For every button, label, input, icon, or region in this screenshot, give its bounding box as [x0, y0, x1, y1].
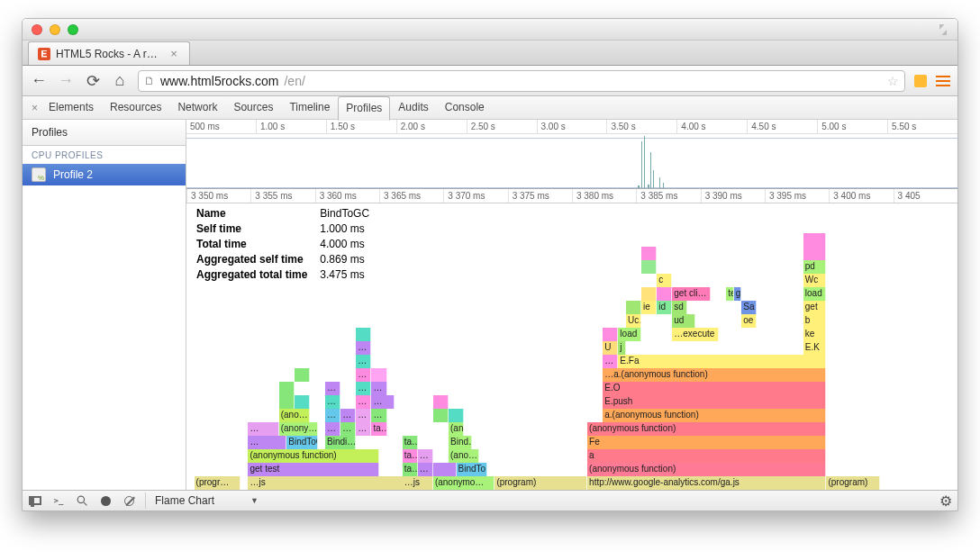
flame-bar[interactable]: … — [356, 368, 371, 382]
flame-bar[interactable]: … — [603, 355, 618, 368]
flame-bar[interactable]: … — [418, 449, 433, 463]
back-button[interactable]: ← — [30, 71, 48, 90]
home-button[interactable]: ⌂ — [111, 71, 129, 90]
tab-sources[interactable]: Sources — [225, 95, 281, 120]
flame-bar[interactable]: … — [356, 422, 371, 436]
flame-bar[interactable]: … — [418, 463, 433, 476]
bookmark-star-icon[interactable]: ☆ — [887, 74, 899, 88]
overview-chart[interactable] — [186, 134, 957, 188]
flame-bar[interactable]: gf — [734, 287, 742, 301]
flame-bar[interactable] — [641, 287, 657, 301]
search-icon[interactable] — [75, 493, 89, 508]
url-bar[interactable]: 🗋 www.html5rocks.com/en/ ☆ — [138, 70, 905, 92]
flame-bar[interactable] — [657, 287, 672, 301]
flame-bar[interactable]: a — [587, 449, 826, 463]
flame-bar[interactable]: a.(anonymous function) — [603, 409, 826, 422]
flame-bar[interactable] — [295, 368, 310, 382]
extension-icon[interactable] — [914, 75, 927, 87]
close-window-icon[interactable] — [32, 24, 42, 35]
flame-bar[interactable] — [803, 233, 827, 247]
tab-console[interactable]: Console — [437, 95, 493, 120]
flame-bar[interactable]: load — [803, 287, 827, 301]
flame-bar[interactable]: Uc… — [626, 314, 641, 328]
flame-bar[interactable]: Fe — [587, 436, 826, 449]
flame-bar[interactable]: get cli… — [672, 287, 711, 301]
flame-bar[interactable]: E.Fa — [618, 355, 826, 368]
flame-bar[interactable]: (ano… — [279, 409, 310, 422]
flame-bar[interactable]: … — [340, 409, 356, 422]
flame-bar[interactable] — [641, 260, 657, 274]
flame-bar[interactable]: … — [356, 395, 371, 409]
dock-side-icon[interactable] — [28, 493, 42, 508]
flame-bar[interactable]: U — [603, 341, 618, 355]
flame-bar[interactable]: E.O — [603, 382, 826, 395]
flame-bar[interactable]: Bind… — [449, 436, 472, 449]
record-icon[interactable] — [98, 493, 113, 508]
flame-bar[interactable]: pd — [803, 260, 827, 274]
flame-bar[interactable]: … — [356, 409, 371, 422]
flame-bar[interactable] — [356, 328, 371, 341]
flame-bar[interactable] — [626, 301, 641, 314]
flame-bar[interactable]: (ano… — [449, 422, 464, 436]
flame-bar[interactable] — [433, 409, 449, 422]
flame-bar[interactable]: … — [371, 382, 386, 395]
flame-bar[interactable]: Wc — [803, 274, 827, 287]
flame-bar[interactable]: b — [803, 314, 827, 328]
flame-bar[interactable]: ud — [672, 314, 695, 328]
flame-bar[interactable]: (anonymo… — [433, 476, 495, 490]
flame-bar[interactable]: (anonymous function) — [587, 463, 826, 476]
close-tab-icon[interactable]: × — [168, 47, 180, 60]
flame-bar[interactable] — [279, 382, 295, 395]
flame-bar[interactable]: id — [657, 301, 672, 314]
flame-bar[interactable]: BindTo… — [457, 463, 487, 476]
flame-bar[interactable]: ke — [803, 328, 827, 341]
zoom-window-icon[interactable] — [68, 24, 78, 35]
tab-audits[interactable]: Audits — [390, 95, 436, 120]
close-devtools-icon[interactable]: × — [26, 102, 41, 114]
flame-bar[interactable]: te — [726, 287, 734, 301]
flame-bar[interactable]: (program) — [495, 476, 587, 490]
flame-bar[interactable]: ta… — [371, 422, 386, 436]
flame-bar[interactable]: …execute — [672, 328, 718, 341]
flame-bar[interactable]: … — [356, 355, 371, 368]
reload-button[interactable]: ⟳ — [84, 71, 102, 91]
flame-bar[interactable]: http://www.google-analytics.com/ga.js — [587, 476, 826, 490]
flame-bar[interactable]: load — [618, 328, 641, 341]
flame-bar[interactable]: E.push — [603, 395, 826, 409]
overview-timeline[interactable]: 500 ms1.00 s1.50 s2.00 s2.50 s3.00 s3.50… — [186, 120, 957, 189]
profile-item-selected[interactable]: Profile 2 — [23, 164, 186, 185]
titlebar[interactable] — [23, 19, 957, 41]
flame-bar[interactable]: ta… — [403, 463, 418, 476]
flame-bar[interactable]: …js — [403, 476, 433, 490]
flame-bar[interactable] — [641, 247, 657, 260]
flame-bar[interactable]: get — [803, 301, 827, 314]
flame-bar[interactable] — [433, 395, 449, 409]
flame-bar[interactable]: (anony… — [279, 422, 318, 436]
flame-bar[interactable] — [449, 409, 464, 422]
flame-bar[interactable]: … — [248, 436, 286, 449]
flame-bar[interactable]: … — [248, 422, 278, 436]
tab-resources[interactable]: Resources — [102, 95, 169, 120]
flame-bar[interactable]: ta… — [403, 449, 418, 463]
tab-network[interactable]: Network — [169, 95, 225, 120]
flame-bar[interactable]: (anonymous function) — [587, 422, 826, 436]
minimize-window-icon[interactable] — [50, 24, 60, 35]
flame-bar[interactable]: … — [356, 382, 371, 395]
flame-bar[interactable]: Bindi… — [325, 436, 356, 449]
tab-elements[interactable]: Elements — [41, 95, 102, 120]
flame-bar[interactable]: (ano… — [449, 449, 479, 463]
console-drawer-icon[interactable] — [51, 493, 66, 508]
flame-bar[interactable]: … — [356, 341, 371, 355]
flame-bar[interactable] — [295, 395, 310, 409]
browser-tab[interactable]: HTML5 Rocks - A resource × — [28, 41, 190, 65]
flame-bar[interactable]: … — [325, 395, 340, 409]
flame-bar[interactable] — [803, 247, 827, 260]
flame-bar[interactable]: (program) — [826, 476, 880, 490]
flame-bar[interactable]: E.K — [803, 341, 827, 355]
flame-bar[interactable]: j — [618, 341, 626, 355]
flame-bar[interactable]: sd — [672, 301, 687, 314]
flame-bar[interactable] — [371, 368, 386, 382]
flame-bar[interactable] — [603, 328, 618, 341]
flame-bar[interactable]: … — [340, 422, 356, 436]
flame-chart-canvas[interactable]: 3 350 ms3 355 ms3 360 ms3 365 ms3 370 ms… — [186, 189, 957, 490]
